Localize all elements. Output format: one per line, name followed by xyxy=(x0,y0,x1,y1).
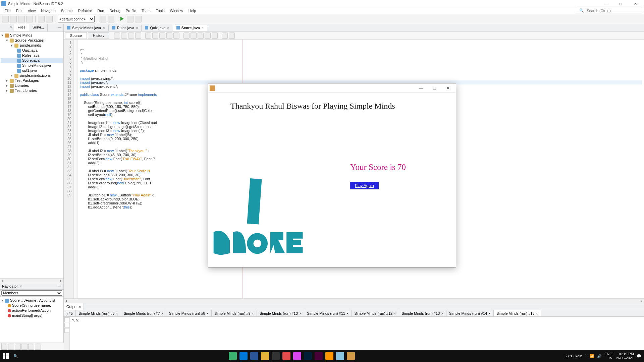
menu-profile[interactable]: Profile xyxy=(123,9,139,13)
close-icon[interactable]: × xyxy=(136,26,138,30)
close-icon[interactable]: × xyxy=(161,311,163,315)
menu-help[interactable]: Help xyxy=(186,9,199,13)
tree-package[interactable]: simple.minds.icons xyxy=(19,73,51,78)
navigator-view-select[interactable]: Members xyxy=(1,290,62,296)
editor-tab[interactable]: Rules.java× xyxy=(109,25,142,31)
tree-file[interactable]: SimpleMinds.java xyxy=(22,63,51,68)
network-icon[interactable]: 📶 xyxy=(590,354,594,358)
editor-tool-button[interactable] xyxy=(152,33,158,39)
tree-source-packages[interactable]: Source Packages xyxy=(15,38,44,43)
menu-navigate[interactable]: Navigate xyxy=(38,9,58,13)
editor-tool-button[interactable] xyxy=(205,33,211,39)
tree-libraries[interactable]: Libraries xyxy=(15,83,29,88)
menu-view[interactable]: View xyxy=(25,9,39,13)
editor-tab-active[interactable]: Score.java× xyxy=(173,25,207,31)
menu-team[interactable]: Team xyxy=(139,9,153,13)
taskbar-app-icon[interactable] xyxy=(315,352,323,360)
close-icon[interactable]: × xyxy=(116,311,118,315)
tree-file[interactable]: Quiz.java xyxy=(22,48,38,53)
dialog-titlebar[interactable]: — ◻ ✕ xyxy=(208,83,456,93)
ide-search[interactable]: 🔍 xyxy=(575,8,642,13)
new-project-button[interactable] xyxy=(10,16,17,22)
editor-tool-button[interactable] xyxy=(191,33,197,39)
editor-scrollbar[interactable]: ◂▸ xyxy=(64,298,644,303)
close-icon[interactable]: × xyxy=(536,311,538,315)
search-input[interactable] xyxy=(587,9,640,13)
volume-icon[interactable]: 🔊 xyxy=(597,354,602,358)
notification-icon[interactable]: 💬 xyxy=(637,354,641,358)
editor-tool-button[interactable] xyxy=(173,33,179,39)
tray-lang[interactable]: ENGIN xyxy=(604,352,612,360)
build-button[interactable] xyxy=(100,16,106,22)
close-icon[interactable]: × xyxy=(167,26,169,30)
clean-build-button[interactable] xyxy=(108,16,114,22)
taskbar-app-icon[interactable] xyxy=(229,352,237,360)
editor-tool-button[interactable] xyxy=(114,33,120,39)
output-settings-button[interactable] xyxy=(64,328,69,333)
tree-file[interactable]: opt1.java xyxy=(22,68,37,73)
chevron-up-icon[interactable]: ˄ xyxy=(585,354,587,358)
output-tab[interactable]: Simple Minds (run) #9× xyxy=(212,310,257,316)
filter-button[interactable] xyxy=(15,344,21,350)
output-tab-active[interactable]: Simple Minds (run) #15× xyxy=(494,310,541,316)
tree-package[interactable]: simple.minds xyxy=(19,43,41,48)
save-all-button[interactable] xyxy=(26,16,33,22)
taskbar-app-icon[interactable] xyxy=(272,352,280,360)
close-icon[interactable]: × xyxy=(79,305,81,309)
tree-test-libraries[interactable]: Test Libraries xyxy=(15,88,37,93)
editor-tool-button[interactable] xyxy=(183,33,190,39)
editor-tool-button[interactable] xyxy=(212,33,218,39)
run-button[interactable] xyxy=(119,16,125,22)
editor-tool-button[interactable] xyxy=(135,33,141,39)
filter-button[interactable] xyxy=(21,344,28,350)
close-icon[interactable]: × xyxy=(441,311,443,315)
config-select[interactable]: <default config> xyxy=(58,16,95,22)
filter-button[interactable] xyxy=(35,344,41,350)
taskbar-app-icon[interactable] xyxy=(304,352,312,360)
tree-file-selected[interactable]: Score.java xyxy=(22,58,40,63)
tree-project[interactable]: Simple Minds xyxy=(10,33,32,38)
undo-button[interactable] xyxy=(38,16,45,22)
close-icon[interactable]: × xyxy=(394,311,396,315)
menu-refactor[interactable]: Refactor xyxy=(75,9,95,13)
play-again-button[interactable]: Play Again xyxy=(350,182,379,189)
open-project-button[interactable] xyxy=(18,16,25,22)
close-icon[interactable]: × xyxy=(488,311,490,315)
output-tab[interactable]: Simple Minds (run) #14× xyxy=(446,310,494,316)
close-icon[interactable]: × xyxy=(252,311,254,315)
taskbar-app-icon[interactable] xyxy=(282,352,290,360)
fold-gutter[interactable] xyxy=(74,40,78,298)
taskbar-app-icon[interactable] xyxy=(261,352,269,360)
weather-widget[interactable]: 27°C Rain xyxy=(566,354,582,358)
editor-tab[interactable]: SimpleMinds.java× xyxy=(64,25,109,31)
tray-clock[interactable]: 10:19 PM19-06-2021 xyxy=(615,352,634,360)
taskbar-app-icon[interactable] xyxy=(325,352,333,360)
navigator-tree[interactable]: ▾Score :: JFrame : ActionList Score(Stri… xyxy=(0,297,63,345)
output-tab[interactable]: Simple Minds (run) #10× xyxy=(257,310,304,316)
nav-member[interactable]: main(String[] args) xyxy=(12,313,42,318)
new-file-button[interactable] xyxy=(2,16,9,22)
close-icon[interactable]: × xyxy=(202,26,204,30)
editor-tool-button[interactable] xyxy=(198,33,204,39)
taskbar-app-icon[interactable] xyxy=(336,352,344,360)
menu-file[interactable]: File xyxy=(2,9,13,13)
window-maximize-button[interactable]: ◻ xyxy=(613,0,628,7)
editor-tool-button[interactable] xyxy=(128,33,134,39)
taskbar-app-icon[interactable] xyxy=(293,352,301,360)
output-tab[interactable]: Simple Minds (run) #12× xyxy=(352,310,399,316)
projects-close-icon[interactable]: × xyxy=(8,24,14,31)
editor-tool-button[interactable] xyxy=(222,33,228,39)
start-button[interactable] xyxy=(3,353,9,359)
tree-scrollbar[interactable]: ◂▸ xyxy=(0,278,63,283)
filter-button[interactable] xyxy=(28,344,34,350)
dialog-close-button[interactable]: ✕ xyxy=(441,85,454,90)
dialog-minimize-button[interactable]: — xyxy=(414,85,428,90)
close-icon[interactable]: × xyxy=(207,311,209,315)
tree-file[interactable]: Rules.java xyxy=(22,53,39,58)
taskbar-app-icon[interactable] xyxy=(347,352,355,360)
window-minimize-button[interactable]: — xyxy=(598,0,613,7)
menu-window[interactable]: Window xyxy=(167,9,186,13)
navigator-min-icon[interactable]: — xyxy=(58,284,61,288)
output-rerun-button[interactable] xyxy=(64,317,69,322)
editor-tool-button[interactable] xyxy=(159,33,165,39)
